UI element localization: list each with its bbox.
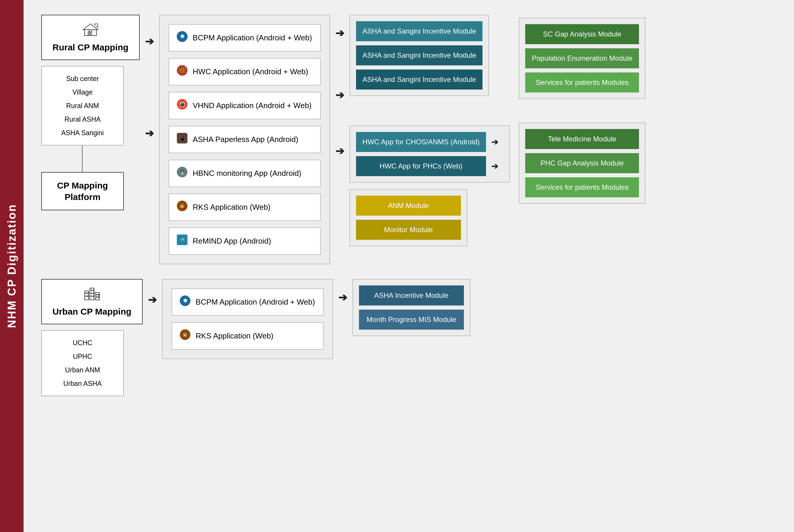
green-group-1: SC Gap Analysis Module Population Enumer… <box>519 18 645 99</box>
svg-rect-28 <box>91 289 92 291</box>
vhnd-icon: 👨‍👩‍👧 <box>176 98 188 113</box>
app-hwc-label: HWC Application (Android + Web) <box>193 67 308 76</box>
rural-sub-item-2: Village <box>51 86 114 99</box>
svg-text:🌿: 🌿 <box>179 67 186 74</box>
rural-cp-box: Rural CP Mapping <box>41 15 140 60</box>
mod-vhnd-2: Monitor Module <box>356 220 461 240</box>
svg-rect-24 <box>86 292 87 294</box>
app-bcpm-label: BCPM Application (Android + Web) <box>193 33 312 42</box>
mod-bcpm-2: ASHA and Sangini Incentive Module <box>356 45 483 65</box>
mod-hwc-2: HWC App for PHCs (Web) <box>356 156 486 176</box>
nhm-label-bar: NHM CP Digitization <box>0 0 23 532</box>
app-hwc: 🌿 HWC Application (Android + Web) <box>169 58 321 86</box>
svg-rect-34 <box>96 294 97 296</box>
urban-sub-1: UCHC <box>51 336 114 350</box>
arrow-hwc-mod: ➔ <box>330 89 350 101</box>
svg-rect-36 <box>96 296 97 298</box>
svg-rect-26 <box>86 296 87 297</box>
urban-cp-title: Urban CP Mapping <box>53 307 131 317</box>
svg-rect-23 <box>95 292 99 300</box>
urban-left-col: Urban CP Mapping UCHC UPHC Urban ANM Urb… <box>41 279 143 396</box>
urban-app-bcpm: ❄ BCPM Application (Android + Web) <box>171 288 324 316</box>
arrow-hwc-2: ➔ <box>486 162 503 171</box>
green-mod-6: Services for patients Modules <box>525 177 639 197</box>
urban-sub-4: Urban ASHA <box>51 377 114 390</box>
urban-sub-box: UCHC UPHC Urban ANM Urban ASHA <box>41 330 124 396</box>
app-vhnd-label: VHND Application (Android + Web) <box>193 101 312 110</box>
arrow-hwc-1: ➔ <box>486 137 503 147</box>
rural-sub-box: Sub center Village Rural ANM Rural ASHA … <box>41 66 124 146</box>
urban-bcpm-icon: ❄ <box>179 295 191 309</box>
asha-paperless-icon: 📱 <box>176 132 188 147</box>
green-group-2: Tele Medicine Module PHC Gap Analysis Mo… <box>519 122 645 204</box>
svg-text:❄: ❄ <box>180 34 184 39</box>
app-hbnc: 👩‍⚕️ HBNC monitoring App (Android) <box>169 160 321 187</box>
svg-text:❄: ❄ <box>183 298 187 304</box>
app-rks-label: RKS Application (Web) <box>193 203 271 212</box>
svg-rect-35 <box>98 294 99 296</box>
urban-mod-2: Month Progress MIS Module <box>359 309 464 330</box>
urban-mod-1: ASHA Incentive Module <box>359 285 464 305</box>
arrow-col-1: ➔ ➔ <box>140 15 159 140</box>
rural-sub-item-5: ASHA Sangini <box>51 126 114 140</box>
svg-rect-37 <box>98 296 99 298</box>
urban-app-bcpm-label: BCPM Application (Android + Web) <box>196 298 315 307</box>
right-green-col: SC Gap Analysis Module Population Enumer… <box>519 15 645 204</box>
urban-rks-icon: 🏛 <box>179 329 191 343</box>
urban-icon <box>53 287 131 305</box>
svg-rect-27 <box>87 296 88 297</box>
svg-text:👩‍⚕️: 👩‍⚕️ <box>180 170 185 175</box>
left-col: Rural CP Mapping Sub center Village Rura… <box>41 15 140 210</box>
cp-platform-box: CP Mapping Platform <box>41 172 124 210</box>
mod-hwc-1: HWC App for CHOS/ANMS (Android) <box>356 132 486 152</box>
app-vhnd: 👨‍👩‍👧 VHND Application (Android + Web) <box>169 92 321 119</box>
rural-sub-item-3: Rural ANM <box>51 99 114 113</box>
urban-app-rks: 🏛 RKS Application (Web) <box>171 322 324 350</box>
urban-modules-group: ASHA Incentive Module Month Progress MIS… <box>352 279 470 336</box>
rural-sub-item-4: Rural ASHA <box>51 113 114 126</box>
bcpm-modules-group: ASHA and Sangini Incentive Module ASHA a… <box>350 15 489 96</box>
urban-arrow-1: ➔ <box>143 294 162 306</box>
hwc-modules-group: HWC App for CHOS/ANMS (Android) ➔ HWC Ap… <box>350 126 510 183</box>
svg-text:🏛: 🏛 <box>183 332 187 337</box>
svg-marker-0 <box>83 24 98 30</box>
nhm-label-text: NHM CP Digitization <box>5 204 18 328</box>
hwc-icon: 🌿 <box>176 64 188 79</box>
svg-rect-1 <box>85 30 89 36</box>
urban-app-rks-label: RKS Application (Web) <box>196 331 274 341</box>
urban-arrow-col: ➔ <box>143 279 162 306</box>
rural-cp-title: Rural CP Mapping <box>53 42 129 53</box>
urban-sub-3: Urban ANM <box>51 363 114 377</box>
svg-rect-25 <box>87 292 88 294</box>
hbnc-icon: 👩‍⚕️ <box>176 166 188 180</box>
green-mod-5: PHC Gap Analysis Module <box>525 153 639 173</box>
rural-sub-item-1: Sub center <box>51 72 114 86</box>
urban-arrow-2: ➔ <box>333 291 352 304</box>
app-asha-paperless: 📱 ASHA Paperless App (Android) <box>169 126 321 153</box>
svg-rect-33 <box>93 296 94 297</box>
urban-arrow-col-2: ➔ <box>333 279 352 304</box>
svg-rect-31 <box>93 292 94 294</box>
mod-bcpm-3: ASHA and Sangini Incentive Module <box>356 70 483 90</box>
mod-bcpm-1: ASHA and Sangini Incentive Module <box>356 21 483 41</box>
app-remind-label: ReMIND App (Android) <box>193 236 271 246</box>
green-mod-3: Services for patients Modules <box>525 73 639 93</box>
urban-section: Urban CP Mapping UCHC UPHC Urban ANM Urb… <box>41 279 782 396</box>
apps-panel: ❄ BCPM Application (Android + Web) 🌿 HWC… <box>159 15 330 264</box>
mid-mods-col: ASHA and Sangini Incentive Module ASHA a… <box>350 15 510 246</box>
arrow-cp-platform: ➔ <box>140 127 159 140</box>
svg-rect-32 <box>91 296 92 297</box>
green-mod-4: Tele Medicine Module <box>525 129 639 149</box>
svg-text:🧩: 🧩 <box>180 238 185 243</box>
rural-section: Rural CP Mapping Sub center Village Rura… <box>41 15 782 264</box>
svg-text:🏛: 🏛 <box>180 204 184 209</box>
svg-text:📱: 📱 <box>179 135 186 142</box>
rural-icon <box>53 22 129 41</box>
green-mod-2: Population Enumeration Module <box>525 48 639 68</box>
urban-apps-panel: ❄ BCPM Application (Android + Web) 🏛 RKS… <box>162 279 333 359</box>
svg-rect-29 <box>93 289 94 291</box>
green-mod-1: SC Gap Analysis Module <box>525 24 639 44</box>
hwc-row-1: HWC App for CHOS/ANMS (Android) ➔ <box>356 132 503 152</box>
urban-sub-2: UPHC <box>51 350 114 363</box>
app-rks: 🏛 RKS Application (Web) <box>169 193 321 221</box>
